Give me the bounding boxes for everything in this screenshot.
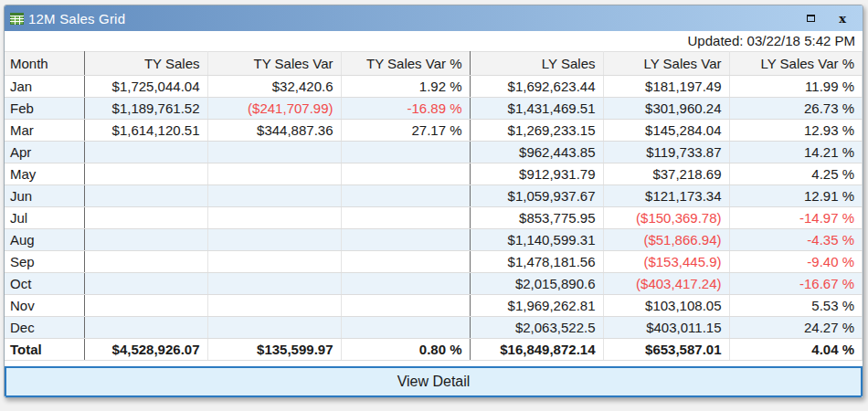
value-cell: $121,173.34 [603, 185, 729, 207]
table-row[interactable]: May$912,931.79$37,218.694.25 % [5, 163, 863, 185]
table-body: Jan$1,725,044.04$32,420.61.92 %$1,692,62… [5, 76, 863, 361]
month-cell: Jul [5, 207, 84, 229]
month-cell: Dec [5, 317, 84, 339]
value-cell: 0.80 % [341, 339, 470, 361]
value-cell [84, 295, 207, 317]
value-cell: $145,284.04 [603, 120, 729, 142]
value-cell: -9.40 % [729, 251, 863, 273]
value-cell: $853,775.95 [470, 207, 603, 229]
value-cell: 26.73 % [729, 98, 863, 120]
value-cell: $32,420.6 [207, 76, 341, 98]
value-cell: -14.97 % [729, 207, 863, 229]
value-cell: 14.21 % [729, 142, 863, 163]
value-cell [207, 273, 341, 295]
value-cell: $16,849,872.14 [470, 339, 603, 361]
value-cell: 4.04 % [729, 339, 863, 361]
table-row[interactable]: Mar$1,614,120.51$344,887.3627.17 %$1,269… [5, 120, 863, 142]
value-cell: $1,725,044.04 [84, 76, 207, 98]
value-cell [84, 142, 207, 163]
value-cell: $1,189,761.52 [84, 98, 207, 120]
footer: View Detail [5, 361, 863, 397]
month-cell: Jun [5, 185, 84, 207]
titlebar[interactable]: 12M Sales Grid x [5, 5, 863, 31]
value-cell: -4.35 % [729, 229, 863, 251]
value-cell: 1.92 % [341, 76, 470, 98]
value-cell: $1,269,233.15 [470, 120, 603, 142]
value-cell [341, 229, 470, 251]
month-cell: Jan [5, 76, 84, 98]
total-row[interactable]: Total$4,528,926.07$135,599.970.80 %$16,8… [5, 339, 863, 361]
value-cell: $912,931.79 [470, 163, 603, 185]
value-cell [341, 142, 470, 163]
table-row[interactable]: Aug$1,140,599.31($51,866.94)-4.35 % [5, 229, 863, 251]
value-cell [84, 185, 207, 207]
column-header-ty-sales-var: TY Sales Var [207, 52, 341, 76]
value-cell [341, 163, 470, 185]
window-buttons: x [807, 13, 855, 25]
table-row[interactable]: Jan$1,725,044.04$32,420.61.92 %$1,692,62… [5, 76, 863, 98]
value-cell [84, 163, 207, 185]
value-cell: -16.67 % [729, 273, 863, 295]
value-cell: $301,960.24 [603, 98, 729, 120]
month-cell: Oct [5, 273, 84, 295]
column-header-ty-sales: TY Sales [84, 52, 207, 76]
sales-grid-window: 12M Sales Grid x Updated: 03/22/18 5:42 … [4, 5, 863, 398]
value-cell [341, 295, 470, 317]
value-cell: $181,197.49 [603, 76, 729, 98]
value-cell: ($153,445.9) [603, 251, 729, 273]
month-cell: Sep [5, 251, 84, 273]
value-cell: $2,063,522.5 [470, 317, 603, 339]
value-cell: $403,011.15 [603, 317, 729, 339]
value-cell [84, 273, 207, 295]
table-row[interactable]: Jul$853,775.95($150,369.78)-14.97 % [5, 207, 863, 229]
table-row[interactable]: Sep$1,478,181.56($153,445.9)-9.40 % [5, 251, 863, 273]
value-cell: $2,015,890.6 [470, 273, 603, 295]
column-header-ly-sales-var: LY Sales Var [603, 52, 729, 76]
value-cell: 24.27 % [729, 317, 863, 339]
month-cell: Feb [5, 98, 84, 120]
value-cell [207, 207, 341, 229]
value-cell: 27.17 % [341, 120, 470, 142]
table-row[interactable]: Feb$1,189,761.52($241,707.99)-16.89 %$1,… [5, 98, 863, 120]
value-cell [207, 317, 341, 339]
value-cell [207, 163, 341, 185]
value-cell: $103,108.05 [603, 295, 729, 317]
table-row[interactable]: Dec$2,063,522.5$403,011.1524.27 % [5, 317, 863, 339]
value-cell: 12.91 % [729, 185, 863, 207]
column-header-ly-sales-var-pct: LY Sales Var % [729, 52, 863, 76]
value-cell: $135,599.97 [207, 339, 341, 361]
value-cell [207, 185, 341, 207]
value-cell [207, 251, 341, 273]
value-cell [207, 142, 341, 163]
value-cell [341, 185, 470, 207]
maximize-icon[interactable] [807, 15, 815, 22]
view-detail-button[interactable]: View Detail [5, 366, 863, 397]
value-cell: $1,969,262.81 [470, 295, 603, 317]
value-cell: $344,887.36 [207, 120, 341, 142]
value-cell: ($150,369.78) [603, 207, 729, 229]
value-cell [341, 317, 470, 339]
table-row[interactable]: Oct$2,015,890.6($403,417.24)-16.67 % [5, 273, 863, 295]
value-cell [207, 295, 341, 317]
close-icon[interactable]: x [839, 13, 846, 25]
value-cell: $962,443.85 [470, 142, 603, 163]
value-cell: 11.99 % [729, 76, 863, 98]
header-row: Month TY Sales TY Sales Var TY Sales Var… [5, 52, 863, 76]
value-cell: $37,218.69 [603, 163, 729, 185]
value-cell [341, 251, 470, 273]
value-cell: ($51,866.94) [603, 229, 729, 251]
table-row[interactable]: Nov$1,969,262.81$103,108.055.53 % [5, 295, 863, 317]
month-cell: Nov [5, 295, 84, 317]
value-cell: -16.89 % [341, 98, 470, 120]
month-cell: Aug [5, 229, 84, 251]
value-cell: ($403,417.24) [603, 273, 729, 295]
table-row[interactable]: Apr$962,443.85$119,733.8714.21 % [5, 142, 863, 163]
value-cell: $1,614,120.51 [84, 120, 207, 142]
value-cell: $1,140,599.31 [470, 229, 603, 251]
value-cell [84, 207, 207, 229]
sales-table: Month TY Sales TY Sales Var TY Sales Var… [5, 51, 863, 361]
value-cell [84, 317, 207, 339]
table-row[interactable]: Jun$1,059,937.67$121,173.3412.91 % [5, 185, 863, 207]
value-cell [341, 207, 470, 229]
value-cell: $4,528,926.07 [84, 339, 207, 361]
